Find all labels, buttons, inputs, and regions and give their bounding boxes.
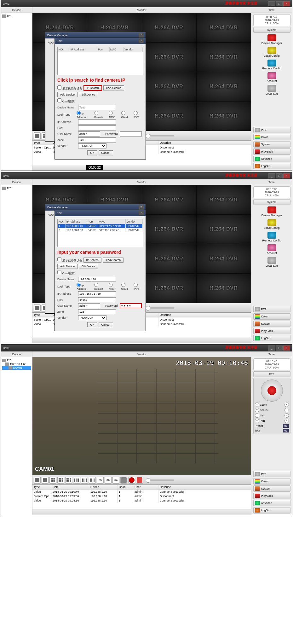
- side-color-button[interactable]: Color: [253, 478, 290, 484]
- table-row[interactable]: 1192.168.1.103456700:12:17:77:c2:bfH264D…: [58, 224, 143, 228]
- logintype-ip address[interactable]: IP Address: [77, 283, 92, 290]
- side-advance-button[interactable]: Advance: [253, 156, 290, 162]
- log-header[interactable]: Describe: [158, 313, 251, 317]
- grid-25-button[interactable]: 25: [97, 477, 104, 484]
- maximize-button[interactable]: □: [276, 345, 283, 351]
- zone-input[interactable]: [78, 137, 116, 142]
- table-header[interactable]: IP Address: [66, 219, 87, 224]
- menu-device[interactable]: Device: [1, 179, 32, 185]
- dialog-close-button[interactable]: ×: [139, 33, 144, 38]
- video-cell[interactable]: H.264 DVR: [197, 274, 251, 303]
- cancel-button[interactable]: Cancel: [99, 322, 113, 327]
- stop-record-button[interactable]: [136, 477, 143, 484]
- table-header[interactable]: Port: [97, 47, 109, 52]
- logintype-cloud[interactable]: Cloud: [121, 111, 132, 119]
- tree-item[interactable]: 123: [2, 14, 31, 18]
- grid-36-button[interactable]: 36: [105, 477, 112, 484]
- edit-close-button[interactable]: ×: [139, 211, 144, 215]
- add-device-button[interactable]: Add Device: [57, 264, 78, 269]
- side-system-button[interactable]: System: [253, 485, 290, 492]
- vendor-select[interactable]: H264DVR: [78, 315, 106, 320]
- menu-monitor[interactable]: Monitor: [32, 7, 251, 13]
- grid-64-button[interactable]: 64: [112, 477, 119, 484]
- minimize-button[interactable]: _: [268, 345, 275, 351]
- side-device-manager[interactable]: Device Manager: [253, 206, 290, 218]
- minimize-button[interactable]: _: [268, 173, 275, 178]
- video-cell[interactable]: H.264 DVR: [197, 244, 251, 273]
- port-input[interactable]: [78, 125, 116, 131]
- tree-item[interactable]: 123: [2, 186, 31, 190]
- side-remote-config[interactable]: Remote Config: [253, 59, 290, 71]
- minimize-button[interactable]: _: [268, 1, 275, 6]
- ptz-iris-plus[interactable]: +: [255, 413, 259, 418]
- ptz-pan-plus[interactable]: +: [255, 419, 259, 423]
- side-advance-button[interactable]: Advance: [253, 500, 290, 506]
- ip-search-button[interactable]: IP Search: [83, 85, 102, 91]
- menu-monitor[interactable]: Monitor: [32, 179, 251, 185]
- side-logout-button[interactable]: LogOut: [253, 507, 290, 513]
- side-playback-button[interactable]: PlayBack: [253, 148, 290, 155]
- ptz-zoom-plus[interactable]: +: [255, 403, 259, 407]
- tour-value[interactable]: 01: [283, 429, 289, 432]
- log-row[interactable]: System Ope...2018-03-29 09:09:06192.168.…: [32, 494, 251, 498]
- video-cell[interactable]: H.264 DVR: [142, 13, 196, 42]
- tree-item[interactable]: CAM01: [2, 366, 31, 370]
- side-color-button[interactable]: Color: [253, 134, 290, 140]
- table-header[interactable]: Port: [87, 219, 98, 224]
- ip-search-button[interactable]: IP Search: [83, 258, 101, 263]
- edit-device-button[interactable]: EditDevice: [79, 264, 98, 269]
- grid-layout-button[interactable]: [57, 477, 64, 484]
- grid-layout-button[interactable]: [34, 305, 41, 311]
- tree-item[interactable]: 123: [2, 358, 31, 362]
- tree-item[interactable]: 192.168.1.65: [2, 362, 31, 366]
- log-header[interactable]: Describe: [158, 141, 251, 145]
- video-cell[interactable]: H.264 DVR: [197, 72, 251, 101]
- onvif-checkbox[interactable]: Onvif搜索: [57, 98, 75, 104]
- edit-titlebar[interactable]: Edit×: [55, 210, 146, 216]
- logintype-domain[interactable]: Domain: [94, 283, 107, 290]
- volume-slider[interactable]: [146, 307, 174, 309]
- edit-titlebar[interactable]: Edit×: [55, 38, 146, 44]
- add-device-button[interactable]: Add Device: [57, 92, 78, 97]
- volume-slider[interactable]: [146, 479, 174, 481]
- grid-layout-button[interactable]: [34, 132, 41, 139]
- table-header[interactable]: IP Address: [70, 47, 97, 52]
- side-system-button[interactable]: System: [253, 141, 290, 148]
- grid-layout-button[interactable]: [42, 477, 49, 484]
- ip-address-input[interactable]: [78, 291, 116, 296]
- log-header[interactable]: User: [133, 485, 158, 489]
- grid-layout-button[interactable]: [81, 477, 88, 484]
- side-local-config[interactable]: Local Config: [253, 46, 290, 58]
- cancel-button[interactable]: Cancel: [99, 150, 113, 155]
- table-row[interactable]: 2192.168.3.533456730:ff:f6:17:92:e5H264D…: [58, 228, 143, 232]
- device-table[interactable]: NO.IP AddressPortMACVendor1192.168.1.103…: [57, 219, 143, 247]
- video-cell[interactable]: H.264 DVR: [142, 102, 196, 131]
- onvif-checkbox[interactable]: Onvif搜索: [57, 270, 75, 276]
- video-cell[interactable]: H.264 DVR: [142, 185, 196, 214]
- volume-slider[interactable]: [146, 135, 174, 136]
- menu-monitor[interactable]: Monitor: [32, 351, 251, 357]
- port-input[interactable]: [78, 297, 116, 302]
- side-account[interactable]: Account: [253, 72, 290, 83]
- side-local-log[interactable]: Local Log: [253, 256, 290, 268]
- menu-device[interactable]: Device: [1, 7, 32, 13]
- side-logout-button[interactable]: LogOut: [253, 335, 290, 341]
- video-cell[interactable]: H.264 DVR: [197, 185, 251, 214]
- log-header[interactable]: Chan...: [118, 485, 133, 489]
- side-device-manager[interactable]: Device Manager: [253, 34, 290, 45]
- ipv6-search-button[interactable]: IPV6Search: [103, 85, 124, 90]
- device-table[interactable]: NO.IP AddressPortMACVendor: [57, 47, 143, 75]
- table-header[interactable]: Vendor: [126, 219, 143, 224]
- maximize-button[interactable]: □: [276, 173, 283, 178]
- side-system-button[interactable]: System: [253, 321, 290, 327]
- logintype-ip address[interactable]: IP Address: [77, 111, 92, 119]
- edit-close-button[interactable]: ×: [139, 39, 144, 43]
- device-name-input[interactable]: [78, 277, 116, 282]
- logintype-domain[interactable]: Domain: [94, 111, 107, 119]
- edit-device-button[interactable]: EditDevice: [79, 92, 98, 97]
- close-button[interactable]: ×: [283, 345, 290, 351]
- side-ptz-button[interactable]: PTZ: [253, 127, 290, 133]
- log-header[interactable]: Date: [51, 485, 89, 489]
- table-header[interactable]: MAC: [109, 47, 124, 52]
- logintype-arsp[interactable]: ARSP: [109, 283, 119, 290]
